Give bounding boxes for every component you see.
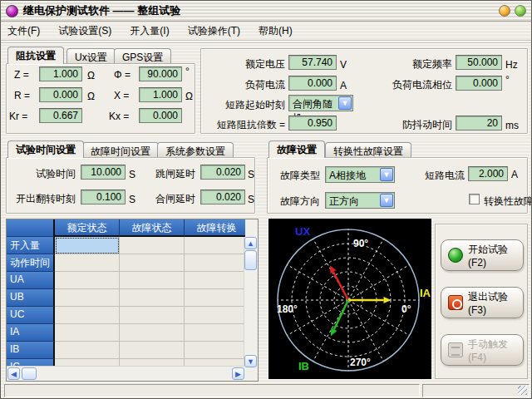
rated-voltage-input[interactable]: 57.740: [288, 55, 337, 70]
convert-fault-checkbox[interactable]: [469, 194, 480, 204]
test-time-label: 试验时间: [22, 167, 76, 181]
start-test-button[interactable]: 开始试验(F2): [441, 239, 524, 271]
table-cell[interactable]: [55, 342, 120, 359]
tab-ux-settings[interactable]: Ux设置: [66, 48, 116, 65]
manual-trigger-icon: [448, 342, 463, 357]
short-current-label: 短路电流: [415, 169, 465, 183]
table-cell[interactable]: [120, 342, 185, 359]
load-phase-input[interactable]: 0.000: [456, 76, 502, 91]
table-cell[interactable]: [55, 307, 120, 324]
scroll-down-icon[interactable]: ▼: [244, 355, 257, 367]
fault-type-dropdown[interactable]: A相接地 ▼: [325, 166, 395, 183]
load-current-input[interactable]: 0.000: [288, 76, 337, 91]
ia-vector-label: IA: [420, 287, 431, 299]
flip-time-input[interactable]: 0.100: [81, 190, 126, 204]
phasor-svg: 90° 180° 0° 270° UX IA IB: [268, 219, 431, 379]
z-label: Z =: [14, 69, 29, 81]
menu-item-1[interactable]: 试验设置(S): [58, 24, 111, 38]
column-header: 故障转换: [185, 219, 245, 237]
exit-test-button[interactable]: 退出试验(F3): [441, 287, 524, 318]
tab-fault-time-settings[interactable]: 故障时间设置: [82, 142, 159, 159]
convert-fault-label: 转换性故障: [484, 195, 532, 209]
short-current-unit: A: [511, 169, 518, 180]
tab-convert-fault-settings[interactable]: 转换性故障设置: [325, 142, 411, 159]
scroll-right-icon[interactable]: ▶: [232, 367, 244, 380]
table-row: UC: [7, 307, 245, 324]
close-delay-input[interactable]: 0.020: [200, 190, 245, 204]
tab-gps-settings[interactable]: GPS设置: [114, 48, 171, 65]
menu-item-2[interactable]: 开入量(I): [130, 24, 169, 38]
phasor-chart: 90° 180° 0° 270° UX IA IB: [268, 219, 431, 379]
vertical-scrollbar[interactable]: ▲ ▼: [244, 237, 258, 367]
table-cell[interactable]: [185, 272, 245, 289]
exit-test-label: 退出试验(F3): [468, 290, 523, 316]
window-title: 继电保护测试软件 —— 整组试验: [23, 3, 180, 18]
trip-delay-unit: S: [248, 169, 254, 180]
trip-delay-input[interactable]: 0.020: [200, 165, 245, 180]
table-cell[interactable]: [185, 342, 245, 359]
horizontal-scrollbar[interactable]: ◀ ▶: [7, 366, 245, 381]
table-cell[interactable]: [185, 289, 245, 307]
ux-vector-label: UX: [295, 225, 310, 238]
scroll-up-icon[interactable]: ▲: [244, 237, 257, 249]
start-test-label: 开始试验(F2): [468, 243, 523, 268]
table-cell[interactable]: [55, 254, 120, 272]
fault-dir-dropdown[interactable]: 正方向 ▼: [325, 192, 395, 209]
table-cell[interactable]: [120, 254, 185, 272]
row-header: IB: [7, 342, 55, 359]
table-cell[interactable]: [185, 307, 245, 324]
row-header: IA: [7, 324, 55, 342]
kr-input[interactable]: 0.667: [39, 108, 82, 123]
rated-freq-input[interactable]: 50.000: [456, 55, 502, 70]
minimize-button[interactable]: [499, 5, 510, 17]
table-cell[interactable]: [120, 272, 185, 289]
table-cell[interactable]: [55, 289, 120, 307]
chevron-down-icon[interactable]: ▼: [338, 96, 352, 110]
close-button[interactable]: [515, 5, 526, 17]
flip-time-label: 开出翻转时刻: [11, 192, 76, 206]
table-cell[interactable]: [185, 254, 245, 272]
kx-input[interactable]: 0.000: [139, 108, 182, 123]
table-row: 开入量: [7, 237, 245, 254]
tab-impedance-settings[interactable]: 阻抗设置: [7, 47, 64, 64]
test-time-input[interactable]: 10.000: [81, 165, 126, 180]
table-cell[interactable]: [55, 237, 120, 254]
fault-dir-label: 故障方向: [273, 195, 320, 209]
impedance-ratio-input[interactable]: 0.950: [288, 116, 337, 131]
table-cell[interactable]: [185, 324, 245, 342]
table-cell[interactable]: [120, 307, 185, 324]
short-current-input[interactable]: 2.000: [468, 166, 508, 181]
table-row: IA: [7, 324, 245, 342]
chevron-down-icon[interactable]: ▼: [380, 168, 393, 181]
table-cell[interactable]: [55, 272, 120, 289]
menu-item-3[interactable]: 试验操作(T): [188, 24, 240, 38]
tab-fault-settings[interactable]: 故障设置: [268, 140, 325, 158]
z-input[interactable]: 1.000: [39, 66, 82, 81]
tab-system-param-settings[interactable]: 系统参数设置: [157, 142, 234, 159]
vertical-scroll-thumb[interactable]: [244, 250, 257, 270]
debounce-input[interactable]: 20: [456, 116, 502, 131]
table-cell[interactable]: [120, 324, 185, 342]
scroll-left-icon[interactable]: ◀: [7, 367, 20, 380]
r-input[interactable]: 0.000: [39, 87, 82, 102]
row-header: UA: [7, 272, 55, 289]
table-cell[interactable]: [185, 237, 245, 254]
resize-grip-icon[interactable]: [518, 386, 527, 395]
z-unit: Ω: [87, 70, 95, 81]
table-cell[interactable]: [120, 289, 185, 307]
short-start-dropdown[interactable]: 合闸角随机 ▼: [288, 95, 353, 111]
menu-item-4[interactable]: 帮助(H): [259, 24, 293, 38]
x-input[interactable]: 1.000: [139, 87, 182, 102]
tab-test-time-settings[interactable]: 试验时间设置: [7, 140, 84, 158]
chevron-down-icon[interactable]: ▼: [380, 194, 393, 207]
manual-trigger-button[interactable]: 手动触发(F4): [441, 334, 524, 366]
horizontal-scroll-thumb[interactable]: [22, 367, 37, 380]
r-label: R =: [14, 90, 30, 101]
ib-vector-label: IB: [298, 360, 309, 372]
table-cell[interactable]: [120, 237, 185, 254]
menu-item-0[interactable]: 文件(F): [7, 24, 40, 38]
phi-input[interactable]: 90.000: [139, 66, 182, 81]
r-unit: Ω: [87, 91, 95, 102]
table-cell[interactable]: [55, 324, 120, 342]
manual-trigger-label: 手动触发(F4): [468, 337, 523, 363]
